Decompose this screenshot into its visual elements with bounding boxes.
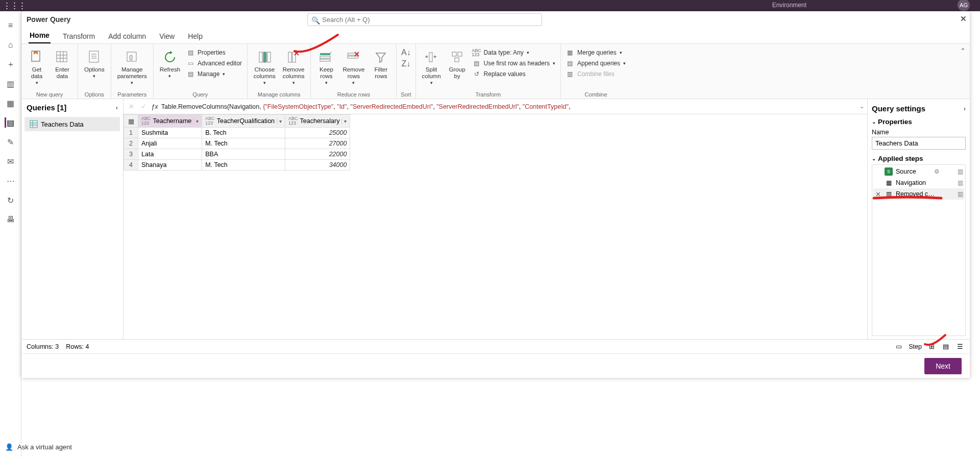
cell-qualification[interactable]: BBA bbox=[202, 149, 285, 160]
cell-name[interactable]: Anjali bbox=[138, 138, 202, 149]
formula-text[interactable]: Table.RemoveColumns(Navigation, {"FileSy… bbox=[161, 103, 856, 110]
tab-add-column[interactable]: Add column bbox=[107, 29, 147, 43]
group-by-button[interactable]: Group by bbox=[446, 48, 469, 81]
expand-settings-icon[interactable]: › bbox=[964, 105, 966, 112]
step-navigation[interactable]: ▦ Navigation ▥ bbox=[873, 177, 964, 188]
cell-qualification[interactable]: M. Tech bbox=[202, 160, 285, 171]
waffle-icon[interactable]: ⋮⋮⋮ bbox=[3, 1, 26, 10]
cell-salary[interactable]: 27000 bbox=[285, 138, 350, 149]
collapse-queries-icon[interactable]: ‹ bbox=[116, 104, 118, 111]
step-source[interactable]: S Source ⚙ ▥ bbox=[873, 166, 964, 177]
diagram-view-icon[interactable]: ⊞ bbox=[927, 342, 936, 351]
avatar[interactable]: AG bbox=[958, 0, 970, 11]
tab-help[interactable]: Help bbox=[187, 29, 204, 43]
history-icon[interactable]: ↻ bbox=[6, 195, 16, 205]
column-header-teachersalary[interactable]: ABC123Teachersalary▾ bbox=[285, 115, 350, 128]
formula-cancel-icon[interactable]: ✕ bbox=[127, 102, 136, 111]
applied-steps-section[interactable]: ⌄Applied steps bbox=[872, 155, 966, 162]
analytics-icon[interactable]: ✎ bbox=[6, 137, 16, 147]
delete-step-icon[interactable]: ✕ bbox=[874, 190, 881, 198]
table-icon[interactable]: ▤ bbox=[5, 117, 15, 128]
replace-values-button[interactable]: ↺Replace values bbox=[472, 69, 556, 79]
step-removed-columns[interactable]: ✕ ▥ Removed c… ▥ bbox=[873, 188, 964, 200]
table-icon bbox=[30, 120, 38, 128]
manage-parameters-button[interactable]: {} Manage parameters▾ bbox=[115, 48, 149, 87]
step-detail-icon[interactable]: ▥ bbox=[958, 168, 963, 175]
enter-data-button[interactable]: Enter data bbox=[51, 48, 74, 81]
get-data-icon bbox=[29, 49, 45, 65]
cell-salary[interactable]: 25000 bbox=[285, 128, 350, 138]
properties-icon: ▤ bbox=[186, 49, 194, 57]
column-header-teacherqualification[interactable]: ABC123TeacherQualification▾ bbox=[202, 115, 285, 128]
table-corner[interactable]: ▦ bbox=[124, 115, 138, 128]
filter-rows-button[interactable]: Filter rows bbox=[370, 48, 392, 81]
schema-view-icon[interactable]: ▤ bbox=[941, 342, 950, 351]
step-label: Removed c… bbox=[896, 190, 935, 198]
first-row-headers-button[interactable]: ▤Use first row as headers ▾ bbox=[472, 59, 556, 68]
column-dropdown-icon[interactable]: ▾ bbox=[193, 118, 199, 124]
tab-home[interactable]: Home bbox=[29, 28, 51, 43]
table-row[interactable]: 3LataBBA22000 bbox=[124, 149, 350, 160]
ask-virtual-agent[interactable]: 👤 Ask a virtual agent bbox=[5, 443, 97, 451]
options-button[interactable]: Options▾ bbox=[82, 48, 107, 81]
filter-rows-icon bbox=[373, 49, 389, 65]
grid-icon[interactable]: ▦ bbox=[6, 98, 16, 108]
table-row[interactable]: 4ShanayaM. Tech34000 bbox=[124, 160, 350, 171]
step-view-icon[interactable]: ▭ bbox=[894, 342, 903, 351]
print-icon[interactable]: 🖶 bbox=[6, 214, 16, 225]
remove-rows-button[interactable]: Remove rows▾ bbox=[340, 48, 366, 87]
column-dropdown-icon[interactable]: ▾ bbox=[277, 118, 282, 124]
manage-button[interactable]: ▤Manage ▾ bbox=[185, 69, 243, 79]
step-detail-icon[interactable]: ▥ bbox=[958, 179, 963, 186]
cell-salary[interactable]: 34000 bbox=[285, 160, 350, 171]
refresh-button[interactable]: Refresh▾ bbox=[158, 48, 182, 81]
properties-button[interactable]: ▤Properties bbox=[185, 48, 243, 57]
column-label: TeacherQualification bbox=[217, 117, 275, 125]
merge-queries-button[interactable]: ▦Merge queries ▾ bbox=[565, 48, 627, 57]
fx-icon[interactable]: ƒx bbox=[151, 103, 158, 110]
sort-asc-button[interactable]: A↓ bbox=[401, 48, 411, 57]
gear-icon[interactable]: ⚙ bbox=[934, 168, 940, 175]
list-view-icon[interactable]: ☰ bbox=[955, 342, 965, 351]
data-type-button[interactable]: ABC123Data type: Any ▾ bbox=[472, 48, 556, 57]
tab-view[interactable]: View bbox=[158, 29, 176, 43]
tab-transform[interactable]: Transform bbox=[62, 29, 96, 43]
cell-salary[interactable]: 22000 bbox=[285, 149, 350, 160]
type-icon: ABC123 bbox=[205, 116, 215, 126]
cell-qualification[interactable]: B. Tech bbox=[202, 128, 285, 138]
split-column-button[interactable]: Split column▾ bbox=[420, 48, 443, 87]
book-icon[interactable]: ▥ bbox=[6, 79, 16, 89]
sort-desc-button[interactable]: Z↓ bbox=[401, 59, 411, 68]
cell-name[interactable]: Lata bbox=[138, 149, 202, 160]
advanced-editor-button[interactable]: ▭Advanced editor bbox=[185, 59, 243, 68]
column-dropdown-icon[interactable]: ▾ bbox=[341, 118, 347, 124]
close-icon[interactable]: ✕ bbox=[960, 14, 967, 23]
query-item-teachers-data[interactable]: Teachers Data bbox=[24, 117, 120, 131]
get-data-button[interactable]: Get data▾ bbox=[26, 48, 48, 87]
append-queries-button[interactable]: ▤Append queries ▾ bbox=[565, 59, 627, 68]
query-name-input[interactable] bbox=[872, 137, 966, 150]
properties-section[interactable]: ⌄Properties bbox=[872, 118, 966, 126]
add-icon[interactable]: ＋ bbox=[6, 59, 16, 69]
home-icon[interactable]: ⌂ bbox=[6, 40, 16, 50]
more-icon[interactable]: ⋯ bbox=[6, 176, 16, 186]
data-grid[interactable]: ▦ ABC123Teachername▾ ABC123TeacherQualif… bbox=[124, 114, 867, 339]
step-detail-icon[interactable]: ▥ bbox=[958, 190, 963, 198]
table-row[interactable]: 2AnjaliM. Tech27000 bbox=[124, 138, 350, 149]
cell-name[interactable]: Shanaya bbox=[138, 160, 202, 171]
collapse-ribbon-icon[interactable]: ⌃ bbox=[960, 47, 966, 55]
cell-name[interactable]: Sushmita bbox=[138, 128, 202, 138]
formula-commit-icon[interactable]: ✓ bbox=[139, 102, 148, 111]
keep-rows-button[interactable]: ✓ Keep rows▾ bbox=[315, 48, 337, 87]
chevron-down-icon: ⌄ bbox=[872, 156, 876, 161]
column-header-teachername[interactable]: ABC123Teachername▾ bbox=[138, 115, 202, 128]
hamburger-icon[interactable]: ≡ bbox=[6, 20, 16, 31]
choose-columns-button[interactable]: Choose columns▾ bbox=[252, 48, 278, 87]
next-button[interactable]: Next bbox=[924, 358, 962, 374]
envelope-icon[interactable]: ✉ bbox=[6, 156, 16, 166]
remove-columns-button[interactable]: Remove columns▾ bbox=[281, 48, 307, 87]
formula-expand-icon[interactable]: ⌄ bbox=[860, 103, 864, 110]
search-input[interactable] bbox=[307, 13, 542, 26]
cell-qualification[interactable]: M. Tech bbox=[202, 138, 285, 149]
table-row[interactable]: 1SushmitaB. Tech25000 bbox=[124, 128, 350, 138]
